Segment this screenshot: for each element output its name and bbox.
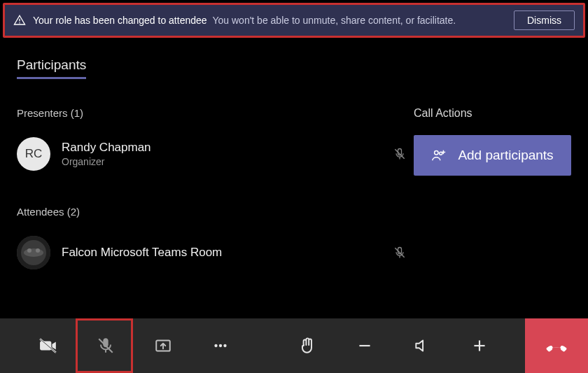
avatar: RC bbox=[17, 137, 50, 171]
camera-off-button[interactable] bbox=[20, 318, 77, 373]
volume-button[interactable] bbox=[393, 318, 451, 373]
svg-point-11 bbox=[435, 151, 439, 155]
svg-point-21 bbox=[219, 344, 222, 347]
svg-point-7 bbox=[27, 248, 31, 253]
avatar bbox=[17, 236, 50, 269]
zoom-in-button[interactable] bbox=[451, 318, 508, 373]
more-options-button[interactable] bbox=[192, 318, 249, 373]
dismiss-button[interactable]: Dismiss bbox=[514, 10, 575, 30]
add-participants-button[interactable]: Add participants bbox=[414, 135, 571, 176]
attendee-row[interactable]: Falcon Microsoft Teams Room bbox=[17, 233, 414, 272]
mic-muted-icon bbox=[393, 147, 407, 161]
participant-role: Organizer bbox=[62, 156, 393, 167]
participant-name: Falcon Microsoft Teams Room bbox=[62, 246, 393, 260]
mic-muted-icon bbox=[393, 246, 407, 260]
participant-name: Randy Chapman bbox=[62, 141, 393, 155]
mic-muted-button[interactable] bbox=[77, 318, 134, 373]
role-changed-banner: Your role has been changed to attendee Y… bbox=[3, 3, 585, 38]
add-participants-label: Add participants bbox=[458, 148, 553, 163]
share-content-button[interactable] bbox=[134, 318, 192, 373]
zoom-out-button[interactable] bbox=[336, 318, 393, 373]
banner-primary-text: Your role has been changed to attendee bbox=[33, 15, 207, 26]
svg-point-8 bbox=[36, 248, 40, 253]
svg-point-22 bbox=[223, 344, 226, 347]
meeting-control-bar bbox=[0, 318, 588, 373]
raise-hand-button[interactable] bbox=[279, 318, 336, 373]
participants-tab[interactable]: Participants bbox=[17, 57, 86, 79]
svg-point-6 bbox=[24, 248, 43, 257]
attendees-label: Attendees (2) bbox=[17, 206, 414, 218]
presenter-row[interactable]: RC Randy Chapman Organizer bbox=[17, 134, 414, 174]
svg-point-20 bbox=[214, 344, 217, 347]
add-people-icon bbox=[431, 148, 447, 163]
banner-secondary-text: You won't be able to unmute, share conte… bbox=[212, 15, 456, 26]
hang-up-button[interactable] bbox=[525, 318, 588, 373]
presenters-label: Presenters (1) bbox=[17, 107, 414, 119]
svg-point-1 bbox=[19, 22, 20, 24]
warning-icon bbox=[13, 14, 26, 27]
call-actions-label: Call Actions bbox=[414, 107, 571, 120]
